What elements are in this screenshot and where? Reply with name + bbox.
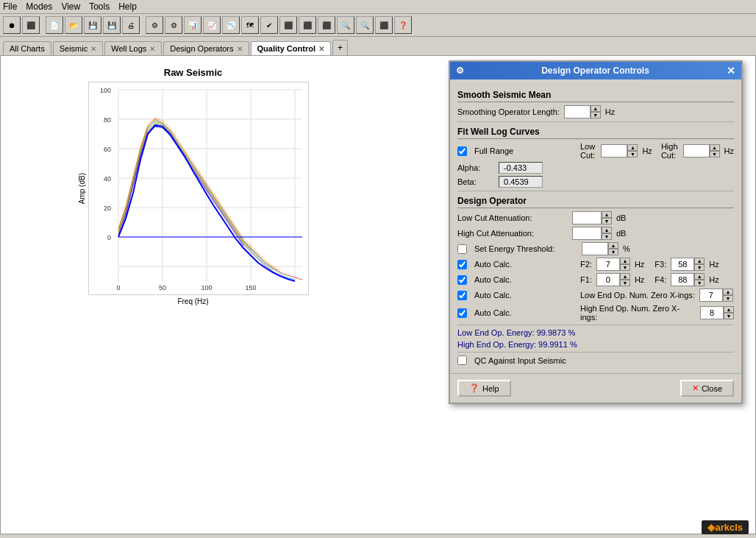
tb-btn-11[interactable]: ✔ <box>260 16 278 34</box>
low-end-up[interactable]: ▲ <box>723 289 733 295</box>
tb-btn-13[interactable]: ⬛ <box>299 16 316 34</box>
low-end-input[interactable] <box>699 289 723 302</box>
close-button[interactable]: ✕ Close <box>680 380 734 397</box>
f3-down[interactable]: ▼ <box>694 264 705 271</box>
save-as-button[interactable]: 💾 <box>103 16 121 34</box>
menu-modes[interactable]: Modes <box>26 1 52 12</box>
high-end-up[interactable]: ▲ <box>724 306 734 313</box>
high-end-label: High End Op. Num. Zero X-ings: <box>580 304 696 322</box>
svg-text:100: 100 <box>99 87 110 94</box>
tb-btn-15[interactable]: 🔍 <box>337 16 354 34</box>
f3-unit: Hz <box>709 260 718 269</box>
energy-threshold-checkbox[interactable] <box>457 244 467 254</box>
f3-label: F3: <box>655 260 666 269</box>
f4-up[interactable]: ▲ <box>694 273 705 280</box>
dialog-title-text: Design Operator Controls <box>541 66 649 76</box>
tb-btn-12[interactable]: ⬛ <box>279 16 297 34</box>
auto-calc-row-3: Auto Calc. Low End Op. Num. Zero X-ings:… <box>457 289 734 302</box>
f3-input[interactable] <box>671 258 694 271</box>
help-toolbar-button[interactable]: ❓ <box>394 16 412 34</box>
menu-file[interactable]: File <box>3 1 17 12</box>
tab-add-button[interactable]: + <box>332 40 348 55</box>
tab-quality-control[interactable]: Quality Control ✕ <box>251 41 331 55</box>
auto-calc-2-checkbox[interactable] <box>457 275 467 285</box>
high-cut-atten-down[interactable]: ▼ <box>602 233 612 240</box>
low-cut-down[interactable]: ▼ <box>627 151 638 157</box>
qc-checkbox[interactable] <box>457 355 467 365</box>
tb-btn-9[interactable]: 📉 <box>222 16 240 34</box>
high-cut-atten-arrows: ▲ ▼ <box>602 227 612 240</box>
f2-input[interactable] <box>596 258 620 271</box>
high-cut-up[interactable]: ▲ <box>710 144 720 151</box>
tab-design-operators-close[interactable]: ✕ <box>237 45 243 53</box>
menu-tools[interactable]: Tools <box>89 1 110 12</box>
low-end-down[interactable]: ▼ <box>723 295 733 302</box>
raw-seismic-chart: Raw Seismic Amp (dB) <box>8 63 378 526</box>
f4-down[interactable]: ▼ <box>694 280 705 286</box>
stop-button[interactable]: ⬛ <box>22 16 40 34</box>
f1-down[interactable]: ▼ <box>620 280 630 286</box>
low-cut-atten-down[interactable]: ▼ <box>602 218 612 224</box>
tab-well-logs-close[interactable]: ✕ <box>149 45 155 53</box>
full-range-checkbox[interactable] <box>457 146 467 156</box>
tb-btn-10[interactable]: 🗺 <box>241 16 259 34</box>
auto-calc-3-label: Auto Calc. <box>474 291 570 300</box>
energy-threshold-input[interactable]: 15 <box>582 242 608 255</box>
energy-threshold-up[interactable]: ▲ <box>608 242 618 249</box>
high-cut-atten-up[interactable]: ▲ <box>602 227 612 233</box>
tb-btn-16[interactable]: 🔍 <box>356 16 374 34</box>
tb-btn-17[interactable]: ⬛ <box>375 16 393 34</box>
new-button[interactable]: 📄 <box>46 16 63 34</box>
smoothing-spinbox: 17 ▲ ▼ <box>564 105 601 118</box>
tb-btn-7[interactable]: 📊 <box>184 16 202 34</box>
help-button[interactable]: ❓ Help <box>457 380 511 397</box>
auto-calc-1-checkbox[interactable] <box>457 260 467 269</box>
tab-all-charts[interactable]: All Charts <box>3 41 51 55</box>
smoothing-down[interactable]: ▼ <box>591 112 601 118</box>
auto-calc-4-checkbox[interactable] <box>457 308 467 318</box>
tab-seismic-close[interactable]: ✕ <box>90 45 96 53</box>
low-cut-input[interactable]: 0 <box>601 144 627 157</box>
high-end-input[interactable] <box>700 306 724 319</box>
f4-input[interactable] <box>671 273 694 286</box>
high-end-down[interactable]: ▼ <box>724 313 734 319</box>
f4-spinbox: ▲ ▼ <box>671 273 705 286</box>
high-end-spinbox: ▲ ▼ <box>700 306 734 319</box>
tb-btn-14[interactable]: ⬛ <box>318 16 335 34</box>
auto-calc-3-checkbox[interactable] <box>457 291 467 300</box>
energy-threshold-down[interactable]: ▼ <box>608 249 618 255</box>
low-cut-atten-input[interactable]: -60 <box>572 211 602 224</box>
record-button[interactable]: ⏺ <box>3 16 21 34</box>
f4-unit: Hz <box>709 275 718 284</box>
tab-design-operators[interactable]: Design Operators ✕ <box>163 41 249 55</box>
dialog-title-bar[interactable]: ⚙ Design Operator Controls ✕ <box>450 62 741 79</box>
tab-well-logs[interactable]: Well Logs ✕ <box>104 41 162 55</box>
f1-input[interactable] <box>596 273 620 286</box>
low-cut-atten-up[interactable]: ▲ <box>602 211 612 218</box>
f2-down[interactable]: ▼ <box>620 264 630 271</box>
tab-quality-control-close[interactable]: ✕ <box>318 45 324 53</box>
close-dialog-icon: ✕ <box>692 383 699 393</box>
save-button[interactable]: 💾 <box>84 16 101 34</box>
low-cut-up[interactable]: ▲ <box>627 144 638 151</box>
menu-view[interactable]: View <box>61 1 80 12</box>
tb-btn-6[interactable]: ⚙ <box>165 16 182 34</box>
menu-help[interactable]: Help <box>118 1 137 12</box>
high-cut-input[interactable]: 500 <box>683 144 710 157</box>
dialog-close-icon[interactable]: ✕ <box>727 65 735 77</box>
f2-up[interactable]: ▲ <box>620 258 630 264</box>
high-cut-atten-unit: dB <box>616 229 626 238</box>
tb-btn-5[interactable]: ⚙ <box>146 16 163 34</box>
open-button[interactable]: 📂 <box>65 16 82 34</box>
smoothing-input[interactable]: 17 <box>564 105 591 118</box>
f3-up[interactable]: ▲ <box>694 258 705 264</box>
print-button[interactable]: 🖨 <box>122 16 140 34</box>
high-cut-atten-input[interactable]: -60 <box>572 227 602 240</box>
high-cut-down[interactable]: ▼ <box>710 151 720 157</box>
help-icon: ❓ <box>469 383 479 393</box>
f1-up[interactable]: ▲ <box>620 273 630 280</box>
tab-seismic[interactable]: Seismic ✕ <box>53 41 104 55</box>
raw-seismic-wrap: Amp (dB) 100 <box>78 82 309 295</box>
smoothing-up[interactable]: ▲ <box>591 105 601 112</box>
tb-btn-8[interactable]: 📈 <box>203 16 221 34</box>
